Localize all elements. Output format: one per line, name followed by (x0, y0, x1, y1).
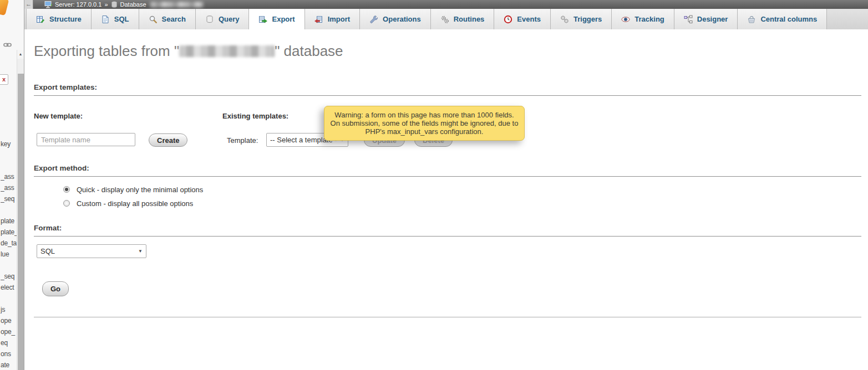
operations-icon (369, 15, 378, 24)
tab-central-columns[interactable]: Central columns (738, 9, 827, 29)
triggers-icon (560, 15, 569, 24)
routines-icon (440, 15, 449, 24)
tab-structure[interactable]: Structure (27, 9, 92, 29)
breadcrumb-separator: » (104, 1, 108, 8)
query-icon (205, 15, 214, 24)
max-input-vars-warning-tooltip: Warning: a form on this page has more th… (324, 106, 525, 141)
tab-label: Query (219, 15, 240, 23)
template-label: Template: (227, 136, 258, 145)
custom-export-radio[interactable] (63, 200, 70, 207)
search-icon (149, 15, 158, 24)
scrollbar-thumb[interactable] (18, 74, 24, 370)
designer-icon (684, 15, 693, 24)
format-section-title: Format: (34, 224, 861, 237)
database-icon (111, 1, 118, 8)
central-columns-icon (747, 15, 756, 24)
format-select-value: SQL (40, 247, 135, 255)
breadcrumb-database[interactable]: Database (120, 1, 146, 8)
nav-tree-item[interactable]: plate (1, 217, 17, 225)
nav-tree-item[interactable]: elect (1, 284, 17, 292)
nav-tree-item[interactable]: js (1, 306, 17, 314)
tab-label: Export (272, 15, 295, 23)
tab-label: Import (328, 15, 350, 23)
tracking-icon (621, 15, 630, 24)
nav-tree-item[interactable]: ons (1, 350, 17, 358)
tab-export[interactable]: Export (249, 9, 304, 29)
export-method-section-title: Export method: (34, 164, 861, 177)
nav-tree-item[interactable]: de_ta (1, 239, 17, 248)
page-title-prefix: Exporting tables from " (34, 43, 179, 59)
template-name-input[interactable] (37, 133, 135, 146)
existing-templates-label: Existing templates: (222, 112, 288, 120)
tab-import[interactable]: Import (305, 9, 360, 29)
import-icon (314, 15, 323, 24)
breadcrumb-server[interactable]: Server: 127.0.0.1 (55, 1, 101, 8)
page-title-suffix: " database (275, 43, 343, 59)
tab-label: Search (162, 15, 186, 23)
nav-tree-item[interactable]: _ass (1, 173, 17, 181)
nav-tree-item[interactable]: ate (1, 361, 17, 369)
tab-label: Events (517, 15, 541, 23)
tab-label: Tracking (634, 15, 664, 23)
tab-operations[interactable]: Operations (360, 9, 431, 29)
tab-label: SQL (114, 15, 129, 23)
nav-tree-item[interactable]: _ass (1, 184, 17, 192)
custom-export-label[interactable]: Custom - display all possible options (77, 199, 193, 208)
sql-icon (101, 15, 110, 24)
sidebar-scrollbar[interactable]: ▲ (17, 50, 24, 370)
tab-query[interactable]: Query (196, 9, 250, 29)
structure-icon (36, 15, 45, 24)
nav-tree-item[interactable]: ope (1, 317, 17, 325)
go-button[interactable]: Go (42, 281, 69, 296)
tab-label: Triggers (573, 15, 602, 23)
tab-routines[interactable]: Routines (431, 9, 495, 29)
quick-export-radio[interactable] (63, 186, 70, 193)
tab-label: Structure (49, 15, 82, 23)
tab-events[interactable]: Events (494, 9, 551, 29)
phpmyadmin-export-page: x key _ass _ass _seq plate plate_ de_ta … (0, 0, 868, 370)
main-frame: ← Server: 127.0.0.1 » Database Structure (24, 0, 868, 370)
nav-tree-item[interactable]: ope_ (1, 328, 17, 336)
export-icon (258, 15, 267, 24)
tab-label: Operations (383, 15, 421, 23)
tab-bar: Structure SQL Search Query Export Import (24, 9, 868, 29)
bottom-divider (34, 317, 861, 317)
events-icon (504, 15, 512, 24)
export-templates-section-title: Export templates: (34, 83, 861, 96)
database-name-redacted (150, 2, 203, 7)
nav-tree-item[interactable]: _seq (1, 273, 17, 281)
tab-label: Designer (697, 15, 728, 23)
new-template-label: New template: (34, 112, 83, 120)
back-button[interactable]: ← (24, 0, 33, 9)
tab-label: Routines (454, 15, 485, 23)
breadcrumb: Server: 127.0.0.1 » Database (44, 1, 203, 8)
pma-logo-fragment (0, 0, 9, 16)
tab-sql[interactable]: SQL (92, 9, 139, 29)
server-monitor-icon (44, 1, 52, 8)
link-icon[interactable] (3, 40, 12, 50)
create-template-button[interactable]: Create (149, 133, 187, 147)
breadcrumb-bar: ← Server: 127.0.0.1 » Database (24, 0, 868, 9)
scroll-up-icon[interactable]: ▲ (17, 50, 24, 59)
tab-designer[interactable]: Designer (674, 9, 738, 29)
format-select[interactable]: SQL ▼ (37, 244, 146, 258)
quick-export-label[interactable]: Quick - display only the minimal options (77, 186, 203, 194)
tab-label: Central columns (760, 15, 817, 23)
nav-tree-item[interactable]: eq (1, 339, 17, 347)
database-name-redacted (179, 45, 275, 57)
nav-tree-item[interactable]: plate_ (1, 228, 17, 237)
export-page-content: Exporting tables from "" database Export… (24, 29, 868, 370)
nav-tree-item[interactable]: lue (1, 250, 17, 259)
filter-clear-button[interactable]: x (0, 74, 8, 85)
nav-tree-item[interactable]: key (1, 140, 17, 148)
chevron-down-icon: ▼ (138, 249, 143, 254)
tab-triggers[interactable]: Triggers (551, 9, 612, 29)
tab-tracking[interactable]: Tracking (612, 9, 674, 29)
nav-tree-item[interactable]: _seq (1, 195, 17, 203)
tab-search[interactable]: Search (139, 9, 196, 29)
page-title: Exporting tables from "" database (34, 43, 343, 60)
